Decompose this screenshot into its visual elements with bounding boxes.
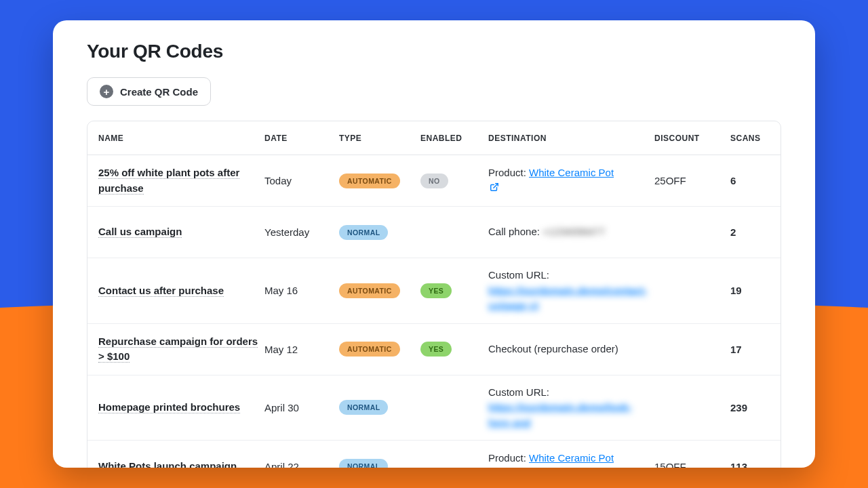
- type-badge: AUTOMATIC: [339, 342, 400, 357]
- discount-cell: 15OFF: [654, 461, 730, 468]
- destination-prefix: Custom URL:: [488, 268, 654, 283]
- destination-cell: Product: White Ceramic Pot: [488, 451, 654, 468]
- destination-cell: Call phone: +1234096477: [488, 224, 654, 240]
- destination-text: Checkout (repurchase order): [488, 343, 618, 354]
- col-destination: DESTINATION: [488, 134, 654, 143]
- type-cell: AUTOMATIC: [339, 283, 420, 298]
- table-row: 25% off white plant pots after purchaseT…: [87, 155, 781, 207]
- name-cell: Call us campaign: [98, 224, 264, 240]
- type-cell: NORMAL: [339, 225, 420, 240]
- product-link[interactable]: White Ceramic Pot: [529, 452, 614, 464]
- create-qr-code-button[interactable]: + Create QR Code: [87, 77, 211, 106]
- table-row: Contact us after purchaseMay 16AUTOMATIC…: [87, 258, 781, 324]
- date-cell: May 12: [264, 344, 339, 355]
- table-row: Call us campaignYesterdayNORMALCall phon…: [87, 207, 781, 258]
- qr-code-name-link[interactable]: 25% off white plant pots after purchase: [98, 167, 239, 195]
- scans-cell: 239: [730, 402, 771, 413]
- col-type: TYPE: [339, 134, 420, 143]
- qr-code-name-link[interactable]: Contact us after purchase: [98, 285, 224, 297]
- col-date: DATE: [264, 134, 339, 143]
- type-cell: NORMAL: [339, 400, 420, 415]
- destination-cell: Custom URL:https://ourdomain.demo/contac…: [488, 268, 654, 314]
- type-badge: AUTOMATIC: [339, 283, 400, 298]
- enabled-badge: NO: [420, 174, 448, 188]
- date-cell: Yesterday: [264, 226, 339, 238]
- col-discount: DISCOUNT: [654, 134, 730, 143]
- qr-code-name-link[interactable]: Homepage printed brochures: [98, 401, 240, 413]
- col-name: NAME: [98, 134, 264, 143]
- name-cell: Repurchase campaign for orders > $100: [98, 334, 264, 365]
- table-body: 25% off white plant pots after purchaseT…: [87, 155, 781, 468]
- product-link[interactable]: White Ceramic Pot: [529, 167, 614, 178]
- svg-line-0: [494, 184, 498, 188]
- enabled-badge: YES: [420, 342, 452, 357]
- qr-code-name-link[interactable]: Call us campaign: [98, 226, 182, 238]
- type-cell: AUTOMATIC: [339, 342, 420, 357]
- col-enabled: ENABLED: [420, 134, 488, 143]
- table-header-row: NAME DATE TYPE ENABLED DESTINATION DISCO…: [87, 121, 781, 155]
- destination-cell: Product: White Ceramic Pot: [488, 165, 654, 197]
- type-badge: NORMAL: [339, 459, 388, 468]
- name-cell: 25% off white plant pots after purchase: [98, 165, 264, 196]
- date-cell: May 16: [264, 285, 339, 296]
- discount-cell: 25OFF: [654, 175, 730, 186]
- type-badge: AUTOMATIC: [339, 174, 400, 188]
- table-row: Homepage printed brochuresApril 30NORMAL…: [87, 375, 781, 441]
- enabled-cell: YES: [420, 283, 488, 298]
- destination-prefix: Product:: [488, 167, 529, 178]
- destination-cell: Checkout (repurchase order): [488, 342, 654, 357]
- enabled-badge: YES: [420, 283, 452, 298]
- date-cell: April 30: [264, 402, 339, 413]
- name-cell: Contact us after purchase: [98, 283, 264, 299]
- destination-prefix: Product:: [488, 452, 529, 464]
- scans-cell: 2: [730, 226, 771, 238]
- col-scans: SCANS: [730, 134, 771, 143]
- scans-cell: 17: [730, 344, 771, 355]
- table-row: White Pots launch campaignApril 22NORMAL…: [87, 441, 781, 468]
- qr-codes-table: NAME DATE TYPE ENABLED DESTINATION DISCO…: [87, 121, 781, 468]
- page-title: Your QR Codes: [87, 41, 781, 62]
- name-cell: White Pots launch campaign: [98, 459, 264, 468]
- destination-cell: Custom URL:https://ourdomain.demo/look-h…: [488, 385, 654, 431]
- enabled-cell: NO: [420, 174, 488, 188]
- redacted-phone: +1234096477: [542, 224, 605, 240]
- date-cell: Today: [264, 175, 339, 186]
- qr-code-name-link[interactable]: White Pots launch campaign: [98, 460, 237, 468]
- scans-cell: 113: [730, 461, 771, 468]
- table-row: Repurchase campaign for orders > $100May…: [87, 324, 781, 375]
- type-badge: NORMAL: [339, 400, 388, 415]
- name-cell: Homepage printed brochures: [98, 400, 264, 415]
- redacted-url: https://ourdomain.demo/contact-us/page c…: [488, 283, 654, 314]
- date-cell: April 22: [264, 461, 339, 468]
- scans-cell: 19: [730, 285, 771, 296]
- enabled-cell: YES: [420, 342, 488, 357]
- destination-prefix: Custom URL:: [488, 385, 654, 401]
- type-cell: NORMAL: [339, 459, 420, 468]
- create-button-label: Create QR Code: [120, 86, 198, 98]
- type-cell: AUTOMATIC: [339, 174, 420, 188]
- plus-circle-icon: +: [100, 85, 113, 98]
- redacted-url: https://ourdomain.demo/look-here and: [488, 400, 654, 430]
- destination-prefix: Call phone:: [488, 226, 542, 237]
- qr-code-name-link[interactable]: Repurchase campaign for orders > $100: [98, 336, 258, 363]
- type-badge: NORMAL: [339, 225, 388, 240]
- qr-codes-card: Your QR Codes + Create QR Code NAME DATE…: [53, 20, 815, 468]
- external-link-icon[interactable]: [490, 182, 499, 196]
- scans-cell: 6: [730, 175, 771, 186]
